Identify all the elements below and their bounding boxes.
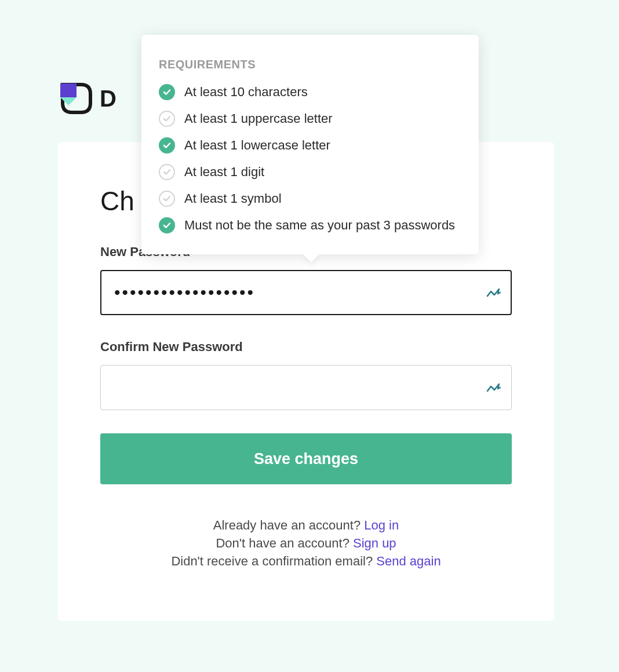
requirement-item: Must not be the same as your past 3 pass… bbox=[159, 217, 461, 233]
confirm-password-input[interactable] bbox=[100, 365, 512, 410]
requirement-text: At least 1 lowercase letter bbox=[184, 138, 330, 153]
check-met-icon bbox=[159, 84, 175, 100]
confirm-password-wrapper bbox=[100, 365, 512, 410]
requirement-text: At least 1 digit bbox=[184, 165, 264, 180]
password-manager-icon[interactable] bbox=[485, 379, 501, 396]
login-link[interactable]: Log in bbox=[364, 518, 399, 532]
requirement-text: At least 10 characters bbox=[184, 85, 308, 100]
logo: D bbox=[58, 81, 116, 116]
check-unmet-icon bbox=[159, 111, 175, 127]
logo-text: D bbox=[100, 86, 116, 112]
requirements-tooltip: REQUIREMENTS At least 10 charactersAt le… bbox=[141, 35, 479, 254]
login-text: Already have an account? bbox=[213, 518, 365, 532]
resend-line: Didn't receive a confirmation email? Sen… bbox=[100, 554, 512, 569]
save-changes-button[interactable]: Save changes bbox=[100, 433, 512, 484]
login-line: Already have an account? Log in bbox=[100, 518, 512, 533]
new-password-wrapper bbox=[100, 270, 512, 315]
signup-link[interactable]: Sign up bbox=[353, 536, 396, 550]
footer-links: Already have an account? Log in Don't ha… bbox=[100, 518, 512, 569]
check-unmet-icon bbox=[159, 191, 175, 207]
requirement-text: At least 1 symbol bbox=[184, 191, 282, 206]
check-met-icon bbox=[159, 137, 175, 154]
requirements-list: At least 10 charactersAt least 1 upperca… bbox=[159, 84, 461, 233]
requirement-text: Must not be the same as your past 3 pass… bbox=[184, 218, 455, 233]
new-password-input[interactable] bbox=[100, 270, 512, 315]
signup-text: Don't have an account? bbox=[216, 536, 353, 550]
requirements-title: REQUIREMENTS bbox=[159, 58, 461, 71]
requirement-item: At least 1 digit bbox=[159, 164, 461, 180]
confirm-password-label: Confirm New Password bbox=[100, 339, 512, 355]
password-manager-icon[interactable] bbox=[485, 284, 501, 301]
resend-link[interactable]: Send again bbox=[376, 554, 440, 568]
signup-line: Don't have an account? Sign up bbox=[100, 536, 512, 551]
check-met-icon bbox=[159, 217, 175, 233]
logo-mark-icon bbox=[58, 81, 93, 116]
check-unmet-icon bbox=[159, 164, 175, 180]
resend-text: Didn't receive a confirmation email? bbox=[171, 554, 376, 568]
requirement-item: At least 10 characters bbox=[159, 84, 461, 100]
requirement-text: At least 1 uppercase letter bbox=[184, 111, 333, 126]
requirement-item: At least 1 lowercase letter bbox=[159, 137, 461, 154]
requirement-item: At least 1 symbol bbox=[159, 191, 461, 207]
requirement-item: At least 1 uppercase letter bbox=[159, 111, 461, 127]
